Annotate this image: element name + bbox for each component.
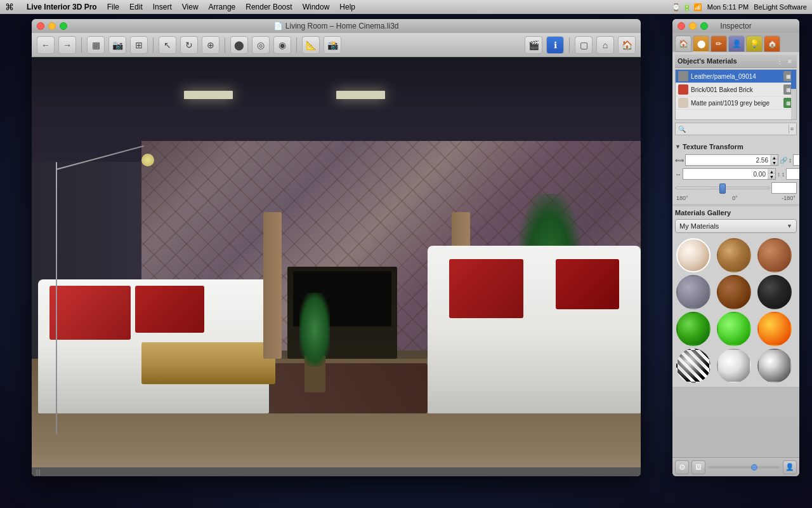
texture-transform-header: ▼ Texture Transform — [675, 143, 797, 150]
tt-width-input[interactable] — [686, 157, 770, 164]
nav-back-button[interactable]: ← — [37, 36, 55, 54]
list-icon[interactable]: ⋮ — [775, 57, 784, 65]
texture-transform-title: Texture Transform — [683, 143, 743, 150]
tt-width-up[interactable]: ▲ — [771, 155, 778, 160]
inspector-window-controls — [678, 22, 708, 30]
person-button[interactable]: 👤 — [783, 460, 797, 474]
walk-button[interactable]: ◉ — [273, 36, 291, 54]
toolbar-sep-2 — [153, 37, 154, 53]
apple-menu[interactable]: ⌘ — [5, 2, 14, 12]
renderbst-menu-item[interactable]: Render Boost — [246, 3, 292, 11]
material-sphere-metal[interactable] — [757, 349, 792, 383]
window-menu-item[interactable]: Window — [303, 3, 330, 11]
tab-home[interactable]: 🏠 — [675, 36, 691, 52]
tt-link-icon-2: ↕ — [777, 169, 780, 179]
inspector-maximize-button[interactable] — [700, 22, 708, 30]
tab-light[interactable]: 💡 — [746, 36, 763, 52]
view-2d-button[interactable]: ▢ — [575, 36, 593, 54]
expand-icon[interactable]: ≡ — [785, 57, 794, 65]
coffee-table — [141, 342, 275, 384]
record-button[interactable]: ⬤ — [230, 36, 248, 54]
viewport-scroll-indicator[interactable]: ||| — [36, 469, 41, 476]
rotation-slider-container[interactable] — [675, 182, 770, 194]
material-sphere-wood[interactable] — [717, 238, 751, 272]
tab-edit[interactable]: ✏ — [710, 36, 727, 52]
main-window: 📄 Living Room – Home Cinema.li3d ← → ▦ 📷… — [32, 19, 641, 476]
info-button[interactable]: ℹ — [546, 36, 564, 54]
view-3d-button[interactable]: ⊞ — [130, 36, 148, 54]
objects-materials-title: Object's Materials — [678, 57, 775, 65]
camera-button[interactable]: 📷 — [108, 36, 126, 54]
render-button[interactable]: 🎬 — [525, 36, 542, 54]
measure-button[interactable]: 📐 — [302, 36, 320, 54]
edit-menu-item[interactable]: Edit — [129, 3, 143, 11]
rotation-input[interactable] — [772, 185, 799, 192]
material-sphere-brown-leather[interactable] — [717, 275, 751, 309]
arrange-menu-item[interactable]: Arrange — [209, 3, 236, 11]
small-plant — [299, 288, 330, 392]
rotate-tool[interactable]: ↻ — [180, 36, 198, 54]
sofa-right — [428, 246, 641, 413]
window-title-text: Living Room – Home Cinema.li3d — [285, 22, 399, 30]
tab-person[interactable]: 👤 — [728, 36, 745, 52]
search-options-icon[interactable]: ≡ — [790, 126, 794, 132]
rotation-row: ▲ ▼ — [675, 182, 797, 194]
file-menu-item[interactable]: File — [107, 3, 119, 11]
image-button[interactable]: 🖼 — [691, 460, 705, 474]
material-sphere-bright-green[interactable] — [717, 312, 751, 346]
inspector-close-button[interactable] — [678, 22, 685, 30]
tt-offsety-input-group: ▲ ▼ — [786, 168, 799, 180]
tt-offsetx-up[interactable]: ▲ — [768, 169, 775, 174]
material-item-leather[interactable]: Leather/pamela_09014 ▦ — [676, 70, 796, 83]
materials-scrollbar[interactable] — [791, 70, 796, 119]
close-button[interactable] — [37, 22, 44, 30]
app-menu-item[interactable]: Live Interior 3D Pro — [27, 3, 97, 11]
material-sphere-zebra[interactable] — [676, 349, 710, 383]
select-tool[interactable]: ↖ — [159, 36, 176, 54]
material-sphere-cream[interactable] — [676, 238, 710, 272]
move-tool[interactable]: ⊕ — [202, 36, 219, 54]
tt-width-down[interactable]: ▼ — [771, 160, 778, 165]
material-sphere-green[interactable] — [676, 312, 710, 346]
toolbar-sep-5 — [569, 37, 570, 53]
material-sphere-brick[interactable] — [757, 238, 792, 272]
tt-collapse-arrow[interactable]: ▼ — [675, 144, 681, 150]
material-item-brick[interactable]: Brick/001 Baked Brick ▦ — [676, 83, 796, 97]
view-menu-item[interactable]: View — [182, 3, 199, 11]
material-sphere-spots[interactable] — [717, 349, 751, 383]
insert-menu-item[interactable]: Insert — [153, 3, 172, 11]
view-iso-button[interactable]: ⌂ — [596, 36, 614, 54]
tab-room[interactable]: 🏠 — [764, 36, 780, 52]
material-sphere-stone[interactable] — [676, 275, 710, 309]
tt-width-stepper: ▲ ▼ — [770, 155, 778, 165]
orbit-button[interactable]: ◎ — [252, 36, 270, 54]
gallery-dropdown[interactable]: My Materials ▼ — [675, 219, 797, 233]
inspector-minimize-button[interactable] — [689, 22, 697, 30]
material-item-matte[interactable]: Matte paint/1019 grey beige ▦ — [676, 97, 796, 110]
view-perspective-button[interactable]: 🏠 — [618, 36, 636, 54]
nav-forward-button[interactable]: → — [58, 36, 76, 54]
gallery-header: Materials Gallery — [675, 209, 797, 217]
tt-offsetx-label: ↔ — [675, 171, 681, 178]
viewport[interactable]: ||| — [32, 57, 641, 476]
maximize-button[interactable] — [60, 22, 67, 30]
material-sphere-dark[interactable] — [757, 275, 792, 309]
minimize-button[interactable] — [48, 22, 56, 30]
material-search-input[interactable] — [687, 126, 787, 133]
tab-material[interactable]: ⬤ — [693, 36, 709, 52]
tt-offsetx-down[interactable]: ▼ — [768, 174, 775, 179]
tt-link-icon[interactable]: 🔗 — [780, 155, 787, 165]
help-menu-item[interactable]: Help — [339, 3, 355, 11]
texture-transform-section: ▼ Texture Transform ⟺ ▲ ▼ 🔗 ↕ ▲ ▼ — [672, 140, 799, 204]
material-name-matte: Matte paint/1019 grey beige — [691, 100, 769, 107]
tt-height-input[interactable] — [794, 157, 799, 164]
search-divider — [789, 124, 789, 133]
rotation-thumb[interactable] — [719, 184, 726, 194]
screenshot-button[interactable]: 📸 — [324, 36, 341, 54]
size-slider[interactable] — [708, 466, 780, 469]
tt-offsetx-input[interactable] — [683, 171, 768, 178]
material-sphere-fire[interactable] — [757, 312, 792, 346]
gear-button[interactable]: ⚙ — [675, 460, 689, 474]
floor-plan-button[interactable]: ▦ — [87, 36, 105, 54]
tt-offsety-input[interactable] — [787, 171, 799, 178]
